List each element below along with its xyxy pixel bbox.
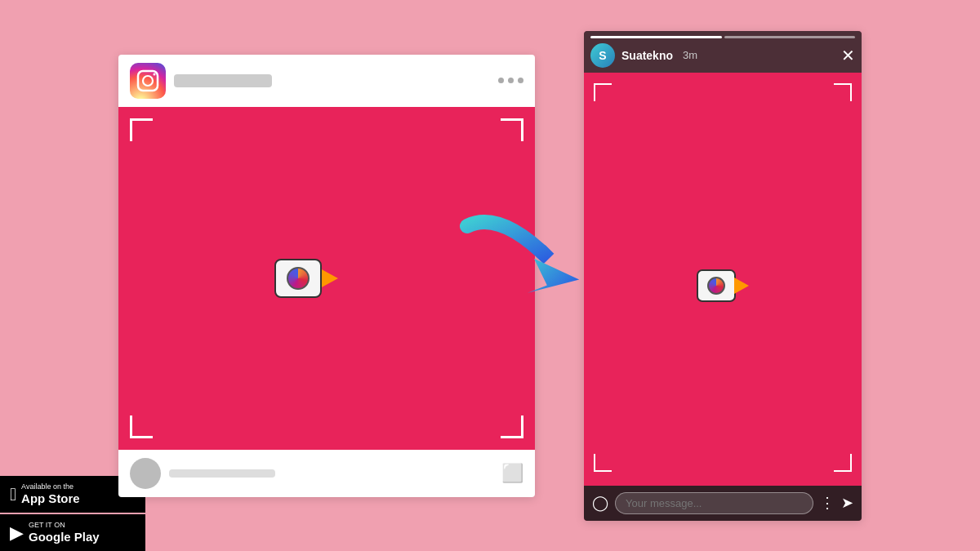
story-header: S Suatekno 3m ✕ — [584, 31, 862, 73]
story-user-row: S Suatekno 3m ✕ — [590, 43, 855, 68]
story-corner-tr — [834, 83, 852, 101]
story-avatar: S — [590, 43, 615, 68]
story-time: 3m — [683, 49, 697, 61]
progress-seg-2 — [724, 36, 856, 38]
camera-lens — [287, 267, 310, 290]
googleplay-big-text: Google Play — [29, 530, 100, 544]
corner-tr — [501, 118, 523, 141]
svg-rect-0 — [130, 63, 166, 99]
dot2 — [508, 78, 514, 83]
story-bottom-bar: ◯ ⋮ ➤ — [584, 486, 862, 521]
corner-tl — [130, 118, 153, 141]
story-corner-tl — [594, 83, 612, 101]
googleplay-small-text: GET IT ON — [29, 521, 100, 530]
story-corner-bl — [594, 454, 612, 472]
bookmark-icon: ⬜ — [501, 463, 523, 484]
appstore-text: Available on the App Store — [21, 482, 80, 506]
story-more-button[interactable]: ⋮ — [820, 494, 835, 512]
story-progress-bar — [590, 36, 855, 38]
appstore-small-text: Available on the — [21, 482, 80, 491]
dots-menu[interactable] — [498, 78, 523, 83]
story-close-button[interactable]: ✕ — [841, 46, 855, 65]
appstore-big-text: App Store — [21, 491, 80, 506]
instagram-card: ⬜ — [118, 55, 535, 497]
progress-seg-1 — [590, 36, 722, 38]
card-header — [118, 55, 535, 107]
camera-body — [274, 259, 322, 298]
apple-icon:  — [10, 486, 16, 504]
svg-point-3 — [154, 73, 156, 75]
corner-bl — [130, 415, 153, 438]
story-message-input[interactable] — [615, 492, 813, 514]
avatar-placeholder — [130, 458, 161, 489]
story-body — [584, 31, 862, 521]
story-username: Suatekno — [621, 49, 673, 62]
dot1 — [498, 78, 504, 83]
username-placeholder — [174, 74, 272, 87]
camera-video-icon — [274, 259, 338, 298]
googleplay-badge[interactable]: ▶ GET IT ON Google Play — [0, 514, 145, 551]
story-corner-br — [834, 454, 852, 472]
card-image — [118, 107, 535, 450]
card-footer: ⬜ — [118, 450, 535, 497]
dot3 — [518, 78, 523, 83]
main-container:  Available on the App Store ▶ GET IT ON… — [0, 0, 980, 551]
story-camera-button[interactable]: ◯ — [592, 494, 608, 512]
corner-br — [501, 415, 523, 438]
footer-bar-placeholder — [169, 469, 275, 478]
video-triangle — [320, 269, 338, 288]
story-send-button[interactable]: ➤ — [841, 494, 853, 512]
googleplay-text: GET IT ON Google Play — [29, 521, 100, 544]
instagram-logo — [130, 63, 166, 99]
story-panel: S Suatekno 3m ✕ ◯ ⋮ ➤ — [584, 31, 862, 521]
play-icon: ▶ — [10, 524, 24, 542]
story-video-triangle — [734, 278, 749, 294]
story-camera-icon — [697, 269, 749, 302]
story-camera-lens — [707, 277, 725, 295]
story-camera-body — [697, 269, 736, 302]
